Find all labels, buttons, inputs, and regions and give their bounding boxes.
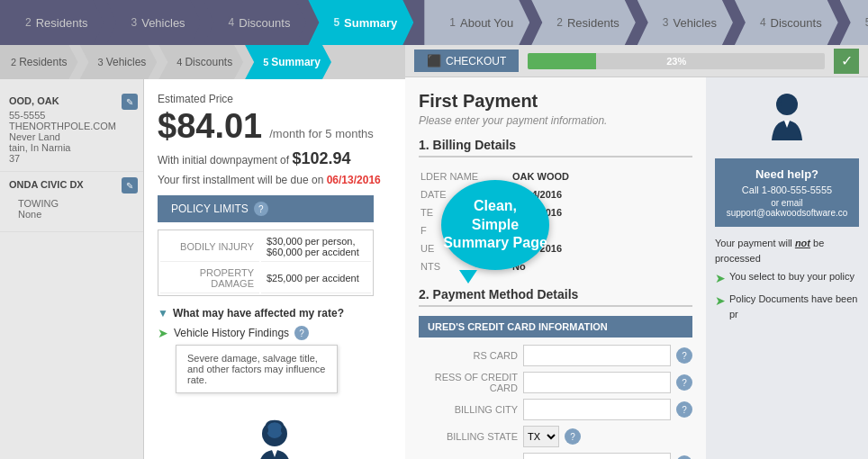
- price-value: $84.01: [158, 107, 262, 146]
- arrow-icon-2: ➤: [715, 292, 726, 310]
- resident-address1: Never Land: [9, 131, 134, 142]
- right-aside: Need help? Call 1-800-555-5555 or email …: [706, 77, 868, 459]
- property-damage-value: $25,000 per accident: [261, 264, 371, 293]
- breadcrumb-vehicles[interactable]: 3 Vehicles: [80, 45, 158, 79]
- step-label-discounts: Discounts: [239, 16, 290, 30]
- step-num-2: 2: [25, 16, 32, 29]
- state-help-icon[interactable]: ?: [565, 428, 581, 445]
- form-row-city: BILLING CITY ?: [419, 399, 692, 420]
- rate-item: ➤ Vehicle History Findings ?: [158, 323, 392, 343]
- svg-rect-2: [265, 428, 268, 433]
- policy-limits-button[interactable]: POLICY LIMITS ?: [158, 195, 374, 222]
- card-input[interactable]: [523, 345, 671, 366]
- step-label-summary: Summary: [344, 16, 397, 30]
- svg-rect-5: [778, 102, 782, 106]
- aside-avatar-icon: [755, 86, 818, 149]
- breadcrumb-residents[interactable]: 2 Residents: [0, 45, 78, 79]
- aside-phone: Call 1-800-555-5555: [724, 184, 850, 195]
- checkmark-button[interactable]: ✓: [834, 49, 859, 74]
- price-suffix: /month for 5 months: [269, 127, 374, 140]
- left-nav-summary[interactable]: 5 Summary: [308, 0, 413, 45]
- policy-help-icon[interactable]: ?: [254, 202, 268, 216]
- breadcrumb-summary[interactable]: 5 Summary: [245, 45, 331, 79]
- right-step-vehicles: Vehicles: [673, 16, 716, 30]
- step-num-4: 4: [229, 16, 235, 29]
- progress-bar: 23%: [528, 53, 825, 69]
- left-nav-vehicles[interactable]: 3 Vehicles: [106, 0, 202, 45]
- progress-fill: [528, 53, 596, 69]
- edit-vehicle-icon[interactable]: ✎: [122, 177, 138, 194]
- credit-card-header: URED'S CREDIT CARD INFORMATION: [419, 316, 692, 338]
- rate-tooltip: Severe damage, salvage title, and other …: [176, 345, 338, 393]
- left-nav-discounts[interactable]: 4 Discounts: [203, 0, 307, 45]
- payment-subtitle: Please enter your payment information.: [419, 114, 692, 127]
- right-nav-discounts[interactable]: 4 Discounts: [735, 0, 838, 45]
- city-input[interactable]: [523, 399, 671, 420]
- right-step-about: About You: [460, 16, 513, 30]
- form-row-state: BILLING STATE TX ?: [419, 426, 692, 447]
- card-help-icon[interactable]: ?: [676, 347, 692, 364]
- summary-panel: Estimated Price $84.01 /month for 5 mont…: [144, 79, 405, 459]
- downpayment-value: $102.94: [292, 149, 350, 167]
- rate-arrow-icon: ➤: [158, 326, 168, 340]
- breadcrumb-discounts[interactable]: 4 Discounts: [158, 45, 243, 79]
- step-num-5: 5: [333, 16, 339, 29]
- checkout-bar: ⬛ CHECKOUT 23% ✓: [405, 45, 868, 77]
- checkout-icon: ⬛: [427, 54, 441, 68]
- resident-address2: tain, In Narnia: [9, 142, 134, 153]
- due-line: Your first installment will be due on 06…: [158, 174, 392, 186]
- payment-title: First Payment: [419, 91, 692, 112]
- right-nav-about[interactable]: 1 About You: [424, 0, 529, 45]
- resident-name: OOD, OAK: [9, 95, 134, 106]
- edit-resident-icon[interactable]: ✎: [122, 94, 138, 110]
- right-step-discounts: Discounts: [771, 16, 822, 30]
- rate-section: ▼ What may have affected my rate? ➤ Vehi…: [158, 307, 392, 393]
- form-row-zip: BILLING ZIP ?: [419, 453, 692, 459]
- sidebar-resident-item: ✎ OOD, OAK 55-5555 THENORTHPOLE.COM Neve…: [0, 88, 143, 172]
- aside-note: Your payment will not be processed ➤ You…: [715, 236, 859, 321]
- arrow-icon-1: ➤: [715, 269, 726, 288]
- right-step-residents: Residents: [567, 16, 619, 30]
- policy-limits-label: POLICY LIMITS: [171, 202, 249, 215]
- resident-email: THENORTHPOLE.COM: [9, 121, 134, 131]
- estimated-label: Estimated Price: [158, 93, 392, 105]
- form-row-card: RS CARD ?: [419, 345, 692, 366]
- rate-help-icon[interactable]: ?: [294, 326, 309, 340]
- aside-email: or email support@oakwoodsoftware.co: [724, 198, 850, 218]
- bubble-callout: Clean,SimpleSummary Page: [441, 180, 549, 270]
- property-damage-label: PROPERTY DAMAGE: [160, 264, 259, 293]
- due-date: 06/13/2016: [327, 174, 381, 186]
- avatar-area: Need help?: [158, 399, 392, 459]
- policy-table: BODILY INJURY $30,000 per person, $60,00…: [158, 230, 374, 296]
- vehicle-towing-label: TOWING None: [9, 194, 134, 224]
- payment-method-heading: 2. Payment Method Details: [419, 287, 692, 307]
- bodily-injury-label: BODILY INJURY: [160, 232, 259, 262]
- vehicle-name: ONDA CIVIC DX: [9, 179, 134, 190]
- step-num-3: 3: [131, 16, 138, 29]
- resident-num: 37: [9, 153, 134, 164]
- downpayment-line: With initial downpayment of $102.94: [158, 149, 392, 168]
- right-nav-summary[interactable]: 5 Summary: [840, 0, 868, 45]
- address-input[interactable]: [523, 372, 671, 393]
- billing-row: LDER NAME OAK WOOD: [420, 168, 691, 184]
- city-help-icon[interactable]: ?: [676, 401, 692, 418]
- payment-section: First Payment Please enter your payment …: [405, 77, 706, 459]
- step-label-vehicles: Vehicles: [141, 16, 185, 30]
- bodily-injury-value: $30,000 per person, $60,000 per accident: [261, 232, 371, 262]
- checkout-button[interactable]: ⬛ CHECKOUT: [414, 50, 519, 72]
- sidebar-vehicle-item: ✎ ONDA CIVIC DX TOWING None: [0, 172, 143, 232]
- rate-title: ▼ What may have affected my rate?: [158, 307, 392, 320]
- svg-point-1: [267, 422, 283, 438]
- left-nav-residents[interactable]: 2 Residents: [0, 0, 104, 45]
- avatar-icon: [239, 412, 311, 459]
- resident-phone: 55-5555: [9, 110, 134, 121]
- state-select[interactable]: TX: [523, 426, 559, 447]
- address-help-icon[interactable]: ?: [676, 374, 692, 391]
- zip-help-icon[interactable]: ?: [676, 455, 692, 459]
- step-label-residents: Residents: [36, 16, 88, 30]
- right-nav-residents[interactable]: 2 Residents: [531, 0, 636, 45]
- price-display: $84.01 /month for 5 months: [158, 107, 392, 146]
- right-nav-vehicles[interactable]: 3 Vehicles: [637, 0, 733, 45]
- aside-help-title: Need help?: [724, 167, 850, 181]
- zip-input[interactable]: [523, 453, 671, 459]
